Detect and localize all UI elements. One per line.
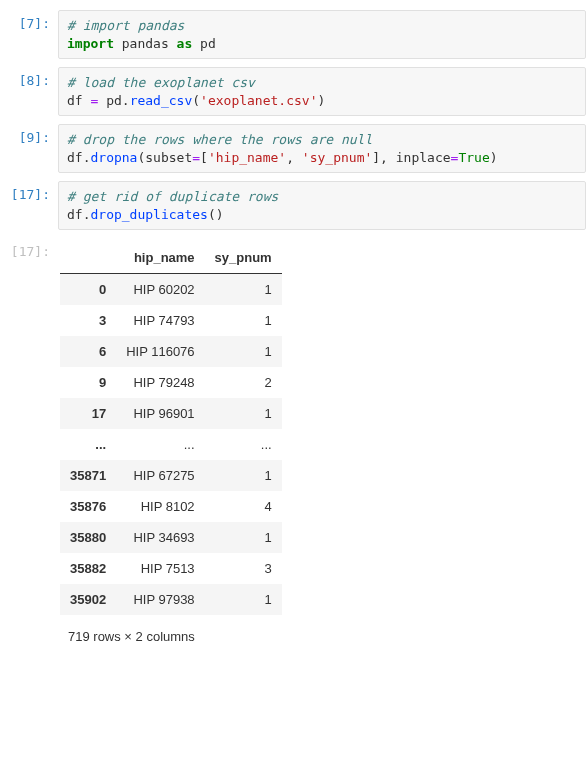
row-index: 17 bbox=[60, 398, 116, 429]
cell-hip-name: HIP 7513 bbox=[116, 553, 204, 584]
table-row: 35871HIP 672751 bbox=[60, 460, 282, 491]
cell-hip-name: HIP 60202 bbox=[116, 274, 204, 306]
code-cell: [17]:# get rid of duplicate rows df.drop… bbox=[0, 181, 586, 230]
row-index: ... bbox=[60, 429, 116, 460]
cell-sy-pnum: 1 bbox=[205, 398, 282, 429]
table-row: 3HIP 747931 bbox=[60, 305, 282, 336]
col-index bbox=[60, 242, 116, 274]
table-row: 35882HIP 75133 bbox=[60, 553, 282, 584]
code-cell: [9]:# drop the rows where the rows are n… bbox=[0, 124, 586, 173]
cell-sy-pnum: 1 bbox=[205, 584, 282, 615]
code-area[interactable]: # get rid of duplicate rows df.drop_dupl… bbox=[58, 181, 586, 230]
cell-hip-name: HIP 74793 bbox=[116, 305, 204, 336]
table-header-row: hip_name sy_pnum bbox=[60, 242, 282, 274]
table-row: 35902HIP 979381 bbox=[60, 584, 282, 615]
dataframe-table: hip_name sy_pnum 0HIP 6020213HIP 7479316… bbox=[60, 242, 282, 615]
table-row: 0HIP 602021 bbox=[60, 274, 282, 306]
cell-hip-name: ... bbox=[116, 429, 204, 460]
code-cell: [7]:# import pandas import pandas as pd bbox=[0, 10, 586, 59]
code-area[interactable]: # drop the rows where the rows are null … bbox=[58, 124, 586, 173]
table-row: 35880HIP 346931 bbox=[60, 522, 282, 553]
dataframe-footer: 719 rows × 2 columns bbox=[60, 615, 578, 644]
table-row: ......... bbox=[60, 429, 282, 460]
input-prompt: [9]: bbox=[0, 124, 58, 173]
table-row: 17HIP 969011 bbox=[60, 398, 282, 429]
cell-sy-pnum: 1 bbox=[205, 305, 282, 336]
row-index: 6 bbox=[60, 336, 116, 367]
table-row: 35876HIP 81024 bbox=[60, 491, 282, 522]
row-index: 35882 bbox=[60, 553, 116, 584]
code-cell: [8]:# load the exoplanet csv df = pd.rea… bbox=[0, 67, 586, 116]
cell-sy-pnum: 1 bbox=[205, 336, 282, 367]
row-index: 9 bbox=[60, 367, 116, 398]
cell-sy-pnum: ... bbox=[205, 429, 282, 460]
table-row: 6HIP 1160761 bbox=[60, 336, 282, 367]
cell-sy-pnum: 1 bbox=[205, 460, 282, 491]
output-area: hip_name sy_pnum 0HIP 6020213HIP 7479316… bbox=[58, 238, 586, 644]
cell-hip-name: HIP 8102 bbox=[116, 491, 204, 522]
code-area[interactable]: # load the exoplanet csv df = pd.read_cs… bbox=[58, 67, 586, 116]
cell-hip-name: HIP 67275 bbox=[116, 460, 204, 491]
cell-sy-pnum: 1 bbox=[205, 522, 282, 553]
input-prompt: [7]: bbox=[0, 10, 58, 59]
cell-sy-pnum: 2 bbox=[205, 367, 282, 398]
cell-sy-pnum: 1 bbox=[205, 274, 282, 306]
cell-hip-name: HIP 116076 bbox=[116, 336, 204, 367]
cell-sy-pnum: 3 bbox=[205, 553, 282, 584]
row-index: 35871 bbox=[60, 460, 116, 491]
col-hip-name: hip_name bbox=[116, 242, 204, 274]
code-area[interactable]: # import pandas import pandas as pd bbox=[58, 10, 586, 59]
row-index: 35876 bbox=[60, 491, 116, 522]
cell-sy-pnum: 4 bbox=[205, 491, 282, 522]
cell-hip-name: HIP 34693 bbox=[116, 522, 204, 553]
row-index: 35902 bbox=[60, 584, 116, 615]
col-sy-pnum: sy_pnum bbox=[205, 242, 282, 274]
table-row: 9HIP 792482 bbox=[60, 367, 282, 398]
input-prompt: [17]: bbox=[0, 181, 58, 230]
row-index: 0 bbox=[60, 274, 116, 306]
output-prompt: [17]: bbox=[0, 238, 58, 644]
row-index: 3 bbox=[60, 305, 116, 336]
cell-hip-name: HIP 97938 bbox=[116, 584, 204, 615]
input-prompt: [8]: bbox=[0, 67, 58, 116]
row-index: 35880 bbox=[60, 522, 116, 553]
cell-hip-name: HIP 79248 bbox=[116, 367, 204, 398]
output-cell: [17]: hip_name sy_pnum 0HIP 6020213HIP 7… bbox=[0, 238, 586, 644]
cell-hip-name: HIP 96901 bbox=[116, 398, 204, 429]
